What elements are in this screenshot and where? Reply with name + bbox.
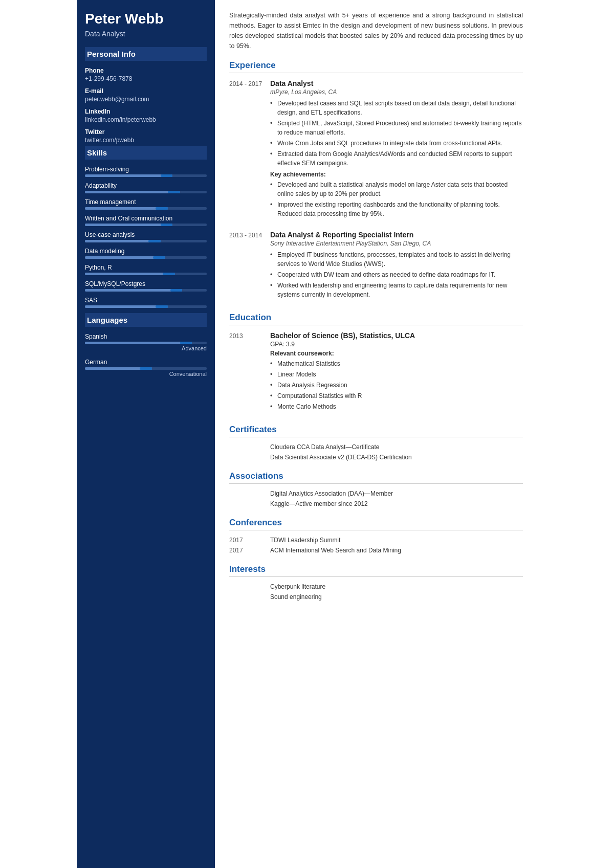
language-level: Advanced <box>85 345 207 351</box>
contact-value: twitter.com/pwebb <box>85 137 207 144</box>
languages-section-title: Languages <box>85 313 207 327</box>
associations-title: Associations <box>229 471 523 484</box>
bullet-item: Worked with leadership and engineering t… <box>270 281 523 299</box>
contact-list: Phone+1-299-456-7878E-mailpeter.webb@gma… <box>85 67 207 144</box>
skill-name: Use-case analysis <box>85 231 207 238</box>
interests-list: Cyberpunk literatureSound engineering <box>229 583 523 600</box>
language-bar-bg <box>85 367 207 370</box>
language-bar-fill <box>85 342 192 344</box>
skill-name: SQL/MySQL/Postgres <box>85 280 207 287</box>
conference-date: 2017 <box>229 547 270 554</box>
association-text: Digital Analytics Association (DAA)—Memb… <box>270 490 523 497</box>
skill-item: Problem-solving <box>85 166 207 177</box>
certificate-row: Cloudera CCA Data Analyst—Certificate <box>229 443 523 451</box>
skill-name: Written and Oral communication <box>85 215 207 222</box>
experience-date: 2013 - 2014 <box>229 231 270 302</box>
contact-label: E-mail <box>85 87 207 95</box>
certificate-row: Data Scientist Associate v2 (DECA-DS) Ce… <box>229 454 523 461</box>
skill-bar-accent <box>156 305 168 308</box>
coursework-list: Mathematical StatisticsLinear ModelsData… <box>270 359 523 411</box>
conferences-title: Conferences <box>229 518 523 530</box>
conference-date: 2017 <box>229 537 270 544</box>
education-section: Education 2013Bachelor of Science (BS), … <box>229 313 523 414</box>
skill-bar-fill <box>85 289 182 292</box>
achievement-item: Developed and built a statistical analys… <box>270 180 523 198</box>
coursework-item: Monte Carlo Methods <box>270 402 523 411</box>
experience-list: 2014 - 2017Data AnalystmPyre, Los Angele… <box>229 79 523 302</box>
conference-name: TDWI Leadership Summit <box>270 537 523 544</box>
education-date: 2013 <box>229 331 270 414</box>
language-item: GermanConversational <box>85 359 207 377</box>
main-content: Strategically-minded data analyst with 5… <box>215 0 537 868</box>
education-details: Bachelor of Science (BS), Statistics, UL… <box>270 331 523 414</box>
association-text: Kaggle—Active member since 2012 <box>270 500 523 507</box>
coursework-item: Computational Statistics with R <box>270 391 523 400</box>
skill-bar-fill <box>85 174 172 177</box>
language-bar-bg <box>85 342 207 344</box>
candidate-name: Peter Webb <box>85 10 207 28</box>
cert-spacer <box>229 443 270 451</box>
skill-item: Use-case analysis <box>85 231 207 242</box>
skill-item: Adaptability <box>85 182 207 193</box>
bullet-item: Scripted (HTML, JavaScript, Stored Proce… <box>270 119 523 137</box>
skill-name: Problem-solving <box>85 166 207 173</box>
skill-bar-bg <box>85 289 207 292</box>
skill-bar-bg <box>85 207 207 210</box>
skills-list: Problem-solvingAdaptabilityTime manageme… <box>85 166 207 308</box>
personal-info-section-title: Personal Info <box>85 47 207 61</box>
education-list: 2013Bachelor of Science (BS), Statistics… <box>229 331 523 414</box>
assoc-spacer <box>229 490 270 497</box>
interests-title: Interests <box>229 564 523 577</box>
conferences-section: Conferences 2017TDWI Leadership Summit20… <box>229 518 523 554</box>
conferences-list: 2017TDWI Leadership Summit2017ACM Intern… <box>229 537 523 554</box>
bullet-item: Wrote Cron Jobs and SQL procedures to in… <box>270 139 523 148</box>
language-item: SpanishAdvanced <box>85 333 207 351</box>
skill-bar-bg <box>85 305 207 308</box>
contact-label: LinkedIn <box>85 108 207 115</box>
coursework-item: Data Analysis Regression <box>270 381 523 390</box>
experience-row: 2013 - 2014Data Analyst & Reporting Spec… <box>229 231 523 302</box>
summary-text: Strategically-minded data analyst with 5… <box>229 10 523 51</box>
associations-list: Digital Analytics Association (DAA)—Memb… <box>229 490 523 507</box>
experience-details: Data AnalystmPyre, Los Angeles, CADevelo… <box>270 79 523 221</box>
bullet-item: Extracted data from Google Analytics/AdW… <box>270 149 523 168</box>
skill-item: SAS <box>85 297 207 308</box>
skill-bar-bg <box>85 273 207 275</box>
interest-spacer <box>229 583 270 590</box>
assoc-spacer <box>229 500 270 507</box>
skill-item: SQL/MySQL/Postgres <box>85 280 207 292</box>
skill-bar-accent <box>170 289 183 292</box>
experience-date: 2014 - 2017 <box>229 79 270 221</box>
skill-bar-bg <box>85 224 207 226</box>
language-name: Spanish <box>85 333 207 340</box>
bullet-item: Developed test cases and SQL test script… <box>270 99 523 117</box>
conference-row: 2017ACM International Web Search and Dat… <box>229 547 523 554</box>
languages-list: SpanishAdvancedGermanConversational <box>85 333 207 377</box>
achievement-item: Improved the existing reporting dashboar… <box>270 200 523 218</box>
contact-label: Phone <box>85 67 207 74</box>
achievements-list: Developed and built a statistical analys… <box>270 180 523 218</box>
education-row: 2013Bachelor of Science (BS), Statistics… <box>229 331 523 414</box>
job-title: Data Analyst <box>270 79 523 87</box>
education-title: Education <box>229 313 523 325</box>
skill-bar-fill <box>85 191 180 193</box>
job-title: Data Analyst & Reporting Specialist Inte… <box>270 231 523 239</box>
bullet-item: Cooperated with DW team and others as ne… <box>270 270 523 279</box>
certificate-text: Data Scientist Associate v2 (DECA-DS) Ce… <box>270 454 523 461</box>
skill-name: Data modeling <box>85 248 207 255</box>
skill-bar-accent <box>148 240 161 242</box>
interest-row: Sound engineering <box>229 593 523 600</box>
certificates-list: Cloudera CCA Data Analyst—CertificateDat… <box>229 443 523 461</box>
interest-text: Sound engineering <box>270 593 523 600</box>
skill-name: Python, R <box>85 264 207 271</box>
resume-container: Peter Webb Data Analyst Personal Info Ph… <box>77 0 537 868</box>
conference-name: ACM International Web Search and Data Mi… <box>270 547 523 554</box>
skill-item: Python, R <box>85 264 207 275</box>
association-row: Kaggle—Active member since 2012 <box>229 500 523 507</box>
skill-name: Adaptability <box>85 182 207 189</box>
coursework-item: Linear Models <box>270 370 523 379</box>
gpa: GPA: 3.9 <box>270 341 523 348</box>
contact-value: +1-299-456-7878 <box>85 75 207 82</box>
skill-name: SAS <box>85 297 207 304</box>
language-bar-accent <box>180 342 192 344</box>
